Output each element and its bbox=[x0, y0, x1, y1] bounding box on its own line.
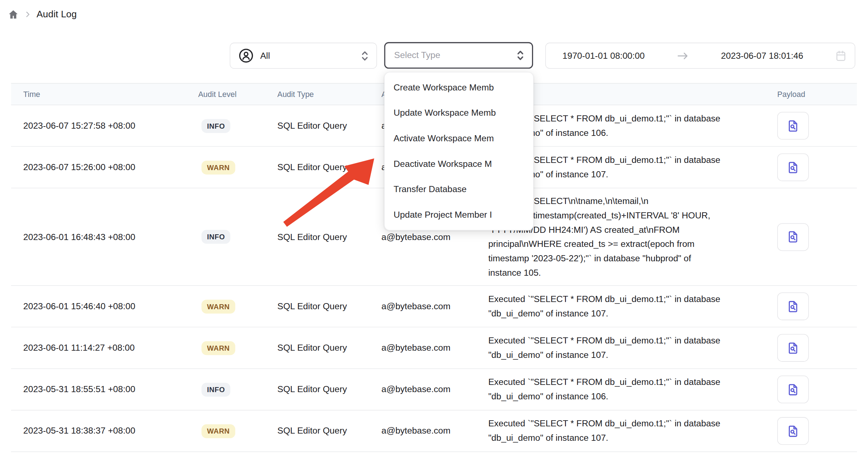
audit-level-badge: INFO bbox=[201, 119, 230, 133]
row-time: 2023-05-31 18:38:37 +08:00 bbox=[23, 426, 198, 436]
row-comment: Executed `"SELECT * FROM db_ui_demo.t1;"… bbox=[488, 417, 766, 445]
type-filter-select[interactable]: Select Type bbox=[384, 42, 533, 69]
menu-item-create-workspace-member[interactable]: Create Workspace Memb bbox=[385, 75, 533, 100]
audit-level-badge: WARN bbox=[201, 160, 235, 174]
payload-view-button[interactable] bbox=[777, 417, 809, 445]
chevrons-up-down-icon bbox=[361, 50, 369, 62]
row-actor: a@bytebase.com bbox=[381, 301, 488, 311]
file-search-icon bbox=[786, 300, 800, 313]
page-title: Audit Log bbox=[36, 9, 77, 20]
audit-level-badge: WARN bbox=[201, 341, 235, 355]
col-header-audit-type: Audit Type bbox=[277, 90, 381, 99]
row-comment: Executed `"SELECT * FROM db_ui_demo.t1;"… bbox=[488, 292, 766, 321]
row-audit-type: SQL Editor Query bbox=[277, 343, 381, 353]
date-range-picker[interactable]: 1970-01-01 08:00:00 2023-06-07 18:01:46 bbox=[545, 43, 855, 68]
person-circle-icon bbox=[238, 48, 253, 63]
chevrons-up-down-icon bbox=[516, 49, 524, 62]
row-time: 2023-06-07 15:27:58 +08:00 bbox=[23, 121, 198, 131]
payload-view-button[interactable] bbox=[777, 112, 809, 139]
file-search-icon bbox=[786, 160, 800, 174]
row-comment: Executed `"SELECT * FROM db_ui_demo.t1;"… bbox=[488, 375, 766, 404]
col-header-payload: Payload bbox=[766, 90, 857, 99]
row-actor: a@bytebase.com bbox=[381, 343, 488, 353]
file-search-icon bbox=[786, 382, 800, 396]
file-search-icon bbox=[786, 424, 800, 438]
row-time: 2023-06-01 15:46:40 +08:00 bbox=[23, 301, 198, 311]
menu-item-update-project-member[interactable]: Update Project Member I bbox=[385, 202, 533, 228]
file-search-icon bbox=[786, 230, 800, 244]
row-audit-type: SQL Editor Query bbox=[277, 162, 381, 172]
calendar-icon bbox=[836, 50, 846, 61]
menu-item-deactivate-workspace-member[interactable]: Deactivate Workspace M bbox=[385, 151, 533, 177]
audit-level-badge: WARN bbox=[201, 300, 235, 313]
actor-filter-value: All bbox=[260, 51, 354, 61]
row-time: 2023-06-07 15:26:00 +08:00 bbox=[23, 162, 198, 172]
audit-level-badge: WARN bbox=[201, 424, 235, 438]
menu-item-update-workspace-member[interactable]: Update Workspace Memb bbox=[385, 100, 533, 126]
menu-item-transfer-database[interactable]: Transfer Database bbox=[385, 177, 533, 202]
audit-log-page: Audit Log All Select Type 1970-01-01 08:… bbox=[0, 0, 868, 457]
file-search-icon bbox=[786, 341, 800, 355]
table-row: 2023-05-31 18:55:51 +08:00 INFO SQL Edit… bbox=[11, 369, 857, 411]
file-search-icon bbox=[786, 119, 800, 133]
menu-item-activate-workspace-member[interactable]: Activate Workspace Mem bbox=[385, 126, 533, 151]
type-select-dropdown-menu: Create Workspace Memb Update Workspace M… bbox=[384, 72, 534, 231]
payload-view-button[interactable] bbox=[777, 293, 809, 320]
chevron-right-icon bbox=[24, 10, 32, 18]
row-audit-type: SQL Editor Query bbox=[277, 426, 381, 436]
breadcrumb: Audit Log bbox=[8, 9, 77, 20]
row-audit-type: SQL Editor Query bbox=[277, 301, 381, 311]
row-comment: Executed `"SELECT * FROM db_ui_demo.t1;"… bbox=[488, 333, 766, 362]
table-row: 2023-06-01 11:14:27 +08:00 WARN SQL Edit… bbox=[11, 327, 857, 369]
row-time: 2023-06-01 16:48:43 +08:00 bbox=[23, 232, 198, 242]
payload-view-button[interactable] bbox=[777, 223, 809, 251]
col-header-audit-level: Audit Level bbox=[198, 90, 277, 99]
type-filter-placeholder: Select Type bbox=[394, 50, 511, 61]
table-row: 2023-06-01 15:46:40 +08:00 WARN SQL Edit… bbox=[11, 286, 857, 327]
row-time: 2023-06-01 11:14:27 +08:00 bbox=[23, 343, 198, 353]
audit-level-badge: INFO bbox=[201, 230, 230, 244]
row-audit-type: SQL Editor Query bbox=[277, 232, 381, 242]
row-actor: a@bytebase.com bbox=[381, 426, 488, 436]
row-actor: a@bytebase.com bbox=[381, 232, 488, 242]
row-audit-type: SQL Editor Query bbox=[277, 385, 381, 395]
row-audit-type: SQL Editor Query bbox=[277, 121, 381, 131]
row-time: 2023-05-31 18:55:51 +08:00 bbox=[23, 385, 198, 395]
actor-filter-select[interactable]: All bbox=[230, 43, 377, 68]
row-actor: a@bytebase.com bbox=[381, 385, 488, 395]
audit-level-badge: INFO bbox=[201, 382, 230, 396]
date-range-end: 2023-06-07 18:01:46 bbox=[721, 51, 803, 61]
payload-view-button[interactable] bbox=[777, 376, 809, 403]
table-row: 2023-05-31 18:38:37 +08:00 WARN SQL Edit… bbox=[11, 411, 857, 452]
col-header-time: Time bbox=[23, 90, 198, 99]
payload-view-button[interactable] bbox=[777, 334, 809, 362]
arrow-right-icon bbox=[677, 52, 689, 60]
date-range-start: 1970-01-01 08:00:00 bbox=[563, 51, 645, 61]
payload-view-button[interactable] bbox=[777, 154, 809, 181]
home-icon[interactable] bbox=[8, 9, 19, 20]
